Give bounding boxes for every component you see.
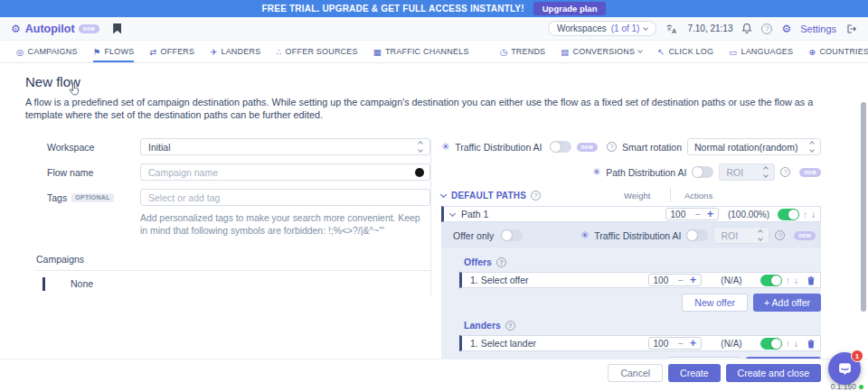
offer-select-label[interactable]: 1. Select offer (470, 275, 529, 285)
tab-offers[interactable]: ⇄OFFERS (149, 41, 194, 62)
settings-link[interactable]: Settings (800, 23, 836, 34)
workspaces-dropdown[interactable]: Workspaces (1 of 1) (548, 21, 657, 36)
path-ai-toggle[interactable] (692, 166, 713, 178)
traffic-ai-toggle[interactable] (550, 141, 571, 153)
path-options-band: Offer only ✳ Traffic Distribution AI ROI (441, 222, 821, 248)
logo-icon: ⚙ (11, 23, 21, 35)
campaigns-row: None (42, 277, 430, 291)
main-nav: ◎CAMPAIGNS ⚑FLOWS ⇄OFFERS ✈LANDERS ∴OFFE… (0, 41, 868, 63)
move-up-icon[interactable]: ↑ (786, 339, 790, 349)
tab-languages[interactable]: ▭LANGUAGES (729, 41, 793, 62)
bell-icon[interactable] (741, 23, 752, 34)
bookmark-icon[interactable] (113, 23, 121, 34)
upgrade-plan-button[interactable]: Upgrade plan (533, 2, 607, 15)
svg-text:A: A (672, 27, 676, 33)
workspace-select[interactable]: Initial (140, 138, 430, 155)
move-up-icon[interactable]: ↑ (786, 275, 790, 285)
tab-campaigns[interactable]: ◎CAMPAIGNS (16, 41, 78, 62)
path-weight-input[interactable] (671, 210, 689, 219)
minus-button[interactable]: − (678, 339, 684, 349)
scrollbar-thumb[interactable] (861, 102, 866, 312)
smart-rotation-help-icon[interactable] (607, 142, 617, 152)
trash-icon[interactable] (807, 339, 816, 349)
speech-bubble-icon: ▭ (729, 47, 737, 57)
default-paths-header: DEFAULT PATHS Weight Actions (441, 190, 821, 201)
band-metric-select[interactable]: ROI (713, 227, 769, 244)
band-traffic-ai-label: Traffic Distribution AI (594, 230, 681, 241)
band-traffic-ai-toggle[interactable] (686, 229, 708, 241)
version-label: 0.1.150 (831, 382, 863, 391)
collapse-icon[interactable] (449, 210, 456, 217)
header-controls: Workspaces (1 of 1) A 7.10, 21:13 ⚙ Sett… (548, 21, 857, 36)
target-icon: ◎ (16, 47, 24, 57)
footer-bar: Cancel Create Create and close (0, 359, 868, 392)
tab-traffic-channels[interactable]: ▦TRAFFIC CHANNELS (373, 41, 469, 62)
weight-stepper: − + (648, 337, 702, 350)
path-enabled-toggle[interactable] (778, 209, 799, 220)
move-down-icon[interactable]: ↓ (811, 210, 816, 219)
help-icon[interactable] (761, 23, 772, 34)
offers-help-icon[interactable] (496, 257, 506, 267)
path-ai-help-icon[interactable] (780, 167, 790, 177)
landers-help-icon[interactable] (505, 321, 515, 331)
tab-landers[interactable]: ✈LANDERS (210, 41, 260, 62)
traffic-ai-label: Traffic Distribution AI (455, 142, 542, 153)
offers-title: Offers (464, 257, 492, 267)
flag-icon: ⚑ (93, 47, 101, 57)
plus-button[interactable]: + (690, 338, 696, 349)
offer-only-toggle[interactable] (501, 229, 523, 241)
lander-select-label[interactable]: 1. Select lander (470, 338, 536, 349)
tags-label: TagsOPTIONAL (25, 192, 140, 203)
create-and-close-button[interactable]: Create and close (726, 364, 821, 382)
move-down-icon[interactable]: ↓ (794, 339, 798, 349)
workspace-label: Workspace (25, 142, 140, 153)
new-badge: new (577, 143, 599, 152)
add-offer-button[interactable]: + Add offer (753, 294, 821, 312)
offer-enabled-toggle[interactable] (760, 275, 782, 286)
tab-flows[interactable]: ⚑FLOWS (93, 41, 135, 62)
trash-icon[interactable] (807, 275, 816, 285)
flow-name-input[interactable] (140, 163, 430, 181)
tab-trends[interactable]: ◷TRENDS (500, 41, 546, 62)
tags-label-text: Tags (47, 192, 67, 203)
plus-button[interactable]: + (707, 209, 713, 219)
tags-input[interactable] (140, 189, 430, 206)
collapse-icon[interactable] (440, 191, 447, 198)
plus-button[interactable]: + (690, 275, 696, 285)
tab-offer-sources[interactable]: ∴OFFER SOURCES (276, 41, 357, 62)
ai-icon: ✳ (592, 166, 600, 178)
offer-share: (N/A) (708, 275, 755, 285)
path-row: Path 1 − + (100.00%) ↑ ↓ (441, 206, 821, 222)
logo-text[interactable]: Autopilot (25, 23, 75, 35)
default-paths-help-icon[interactable] (531, 191, 541, 201)
weight-stepper: − + (648, 274, 702, 286)
new-offer-button[interactable]: New offer (682, 294, 748, 312)
chevron-down-icon (637, 48, 643, 53)
offer-weight-input[interactable] (654, 275, 672, 285)
path-ai-metric-value: ROI (726, 167, 743, 178)
logout-icon[interactable] (845, 23, 857, 34)
translate-icon[interactable]: A (665, 23, 678, 34)
minus-button[interactable]: − (678, 275, 684, 285)
band-help-icon[interactable] (775, 230, 785, 240)
lander-enabled-toggle[interactable] (760, 338, 782, 350)
tab-countries[interactable]: ⊕COUNTRIES (808, 41, 868, 62)
tab-conversions[interactable]: ▤CONVERSIONS (561, 41, 642, 62)
create-button[interactable]: Create (668, 364, 721, 382)
cancel-button[interactable]: Cancel (608, 364, 663, 382)
ai-icon: ✳ (580, 229, 589, 241)
optional-badge: OPTIONAL (71, 193, 114, 202)
move-down-icon[interactable]: ↓ (794, 275, 798, 285)
chat-launcher[interactable]: 1 (828, 352, 861, 385)
flow-color-dot[interactable] (415, 168, 424, 177)
smart-rotation-select[interactable]: Normal rotation(random) (687, 138, 821, 155)
gear-icon[interactable]: ⚙ (781, 23, 791, 35)
lander-weight-input[interactable] (654, 339, 672, 349)
logo-new-badge: new (79, 24, 100, 33)
path-ai-metric-select[interactable]: ROI (719, 163, 775, 181)
tab-click-log[interactable]: ↖CLICK LOG (657, 41, 713, 62)
minus-button[interactable]: − (695, 210, 701, 219)
sitemap-icon: ∴ (276, 47, 281, 57)
move-up-icon[interactable]: ↑ (803, 210, 807, 219)
cursor-icon: ↖ (657, 47, 665, 57)
